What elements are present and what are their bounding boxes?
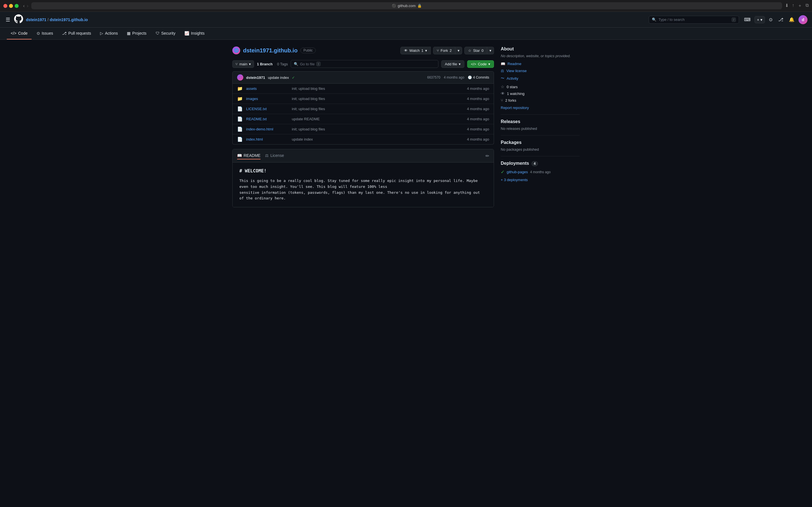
star-button[interactable]: ☆ Star 0 <box>464 47 487 54</box>
maximize-btn[interactable] <box>15 4 18 8</box>
tab-license[interactable]: ⚖ License <box>265 152 284 159</box>
no-releases: No releases published <box>501 126 580 131</box>
tab-security[interactable]: 🛡 Security <box>152 27 180 40</box>
deployments-section: Deployments 4 ✓ github-pages 4 months ag… <box>501 161 580 186</box>
lock-icon: 🔒 <box>417 4 422 8</box>
minimize-btn[interactable] <box>9 4 13 8</box>
deployment-link[interactable]: github-pages <box>507 169 528 175</box>
forward-icon[interactable]: › <box>27 3 28 8</box>
actions-icon: ▷ <box>100 31 103 36</box>
hamburger-menu[interactable]: ☰ <box>4 15 11 24</box>
breadcrumb-user[interactable]: dstein1971 <box>26 17 46 22</box>
tab-actions[interactable]: ▷ Actions <box>96 27 122 40</box>
watch-group: 👁 Watch 1 ▾ <box>400 47 431 54</box>
tab-issues[interactable]: ⊙ Issues <box>33 27 57 40</box>
search-kbd: / <box>732 17 736 22</box>
address-bar[interactable]: ⚫ github.com 🔒 <box>31 2 782 9</box>
new-tab-icon[interactable]: ＋ <box>798 3 802 9</box>
tag-count-link[interactable]: 0 Tags <box>277 62 288 66</box>
readme-section: 📖 README ⚖ License ✏ # WELCOME! This is … <box>232 149 494 207</box>
window-controls <box>3 4 18 8</box>
about-title: About <box>501 47 580 52</box>
download-icon[interactable]: ⬇ <box>785 3 789 9</box>
share-icon[interactable]: ↑ <box>792 3 794 9</box>
tab-pull-requests[interactable]: ⎇ Pull requests <box>58 27 95 40</box>
add-file-chevron: ▾ <box>459 62 461 66</box>
tabs-icon[interactable]: ⧉ <box>806 3 809 9</box>
go-to-file-kbd: t <box>316 62 320 66</box>
file-name[interactable]: index-demo.html <box>246 127 289 131</box>
file-time: 4 months ago <box>467 87 489 91</box>
report-link[interactable]: Report repository <box>501 106 529 110</box>
file-icon: 📄 <box>237 126 243 132</box>
file-time: 4 months ago <box>467 117 489 121</box>
releases-title: Releases <box>501 119 580 124</box>
breadcrumb-repo[interactable]: dstein1971.github.io <box>50 17 88 22</box>
notifications-icon[interactable]: 🔔 <box>787 15 796 24</box>
packages-title: Packages <box>501 140 580 145</box>
code-label: Code <box>478 62 487 66</box>
branch-count-link[interactable]: 1 Branch <box>257 62 273 66</box>
watch-button[interactable]: 👁 Watch 1 ▾ <box>400 47 431 54</box>
fork-button[interactable]: ⑂ Fork 2 <box>433 47 455 54</box>
commit-author-name[interactable]: dstein1971 <box>246 75 265 80</box>
tab-insights[interactable]: 📈 Insights <box>181 27 208 40</box>
about-description: No description, website, or topics provi… <box>501 54 580 58</box>
license-link[interactable]: ⚖ View license <box>501 68 580 74</box>
edit-readme-button[interactable]: ✏ <box>486 153 489 159</box>
issues-icon[interactable]: ⊙ <box>767 15 774 24</box>
readme-content: This is going to be a really cool blog. … <box>239 178 487 202</box>
table-row: 📁 images init; upload blog files 4 month… <box>233 94 494 104</box>
star-count: 0 <box>481 48 484 53</box>
file-name[interactable]: LICENSE.txt <box>246 107 289 111</box>
folder-icon: 📁 <box>237 86 243 91</box>
file-time: 4 months ago <box>467 127 489 131</box>
plus-chevron: ▾ <box>760 17 762 22</box>
file-name[interactable]: assets <box>246 87 289 91</box>
deploy-check-icon: ✓ <box>501 169 504 175</box>
repo-header: 🌐 dstein1971.github.io Public 👁 Watch 1 … <box>232 47 494 54</box>
watching-stat: 👁 1 watching <box>501 91 580 96</box>
file-name[interactable]: README.txt <box>246 117 289 121</box>
table-row: 📁 assets init; upload blog files 4 month… <box>233 83 494 94</box>
commit-hash[interactable]: 6637570 <box>427 75 441 79</box>
commits-link[interactable]: 🕐 4 Commits <box>468 75 489 79</box>
readme-link[interactable]: 📖 Readme <box>501 61 580 67</box>
user-avatar[interactable]: d <box>799 15 808 24</box>
commits-count: 4 Commits <box>473 75 489 79</box>
terminal-icon[interactable]: ⌨ <box>742 15 752 24</box>
fork-icon: ⑂ <box>437 48 439 53</box>
branch-chevron: ▾ <box>249 62 251 66</box>
search-icon: 🔍 <box>294 62 298 66</box>
go-to-file[interactable]: 🔍 Go to file t <box>291 60 439 68</box>
browser-nav: ‹ › <box>23 3 29 8</box>
fork-icon: ⑂ <box>501 98 503 103</box>
star-dropdown[interactable]: ▾ <box>487 47 494 54</box>
file-time: 4 months ago <box>467 97 489 101</box>
code-chevron: ▾ <box>488 62 490 66</box>
branch-selector[interactable]: ⑂ main ▾ <box>232 60 254 68</box>
file-name[interactable]: index.html <box>246 137 289 142</box>
tab-projects[interactable]: ▦ Projects <box>123 27 151 40</box>
tab-readme[interactable]: 📖 README <box>237 152 260 159</box>
github-logo[interactable] <box>14 14 23 25</box>
back-icon[interactable]: ‹ <box>23 3 24 8</box>
verified-icon: ✓ <box>292 75 295 80</box>
file-name[interactable]: images <box>246 97 289 101</box>
fork-dropdown[interactable]: ▾ <box>455 47 462 54</box>
create-button[interactable]: + ▾ <box>755 16 765 23</box>
more-deployments-link[interactable]: + 3 deployments <box>501 178 528 182</box>
tab-code[interactable]: </> Code <box>7 27 32 40</box>
add-file-button[interactable]: Add file ▾ <box>441 60 464 68</box>
global-search[interactable]: 🔍 Type / to search / <box>649 16 739 24</box>
no-packages: No packages published <box>501 147 580 152</box>
pull-requests-icon[interactable]: ⎇ <box>776 15 785 24</box>
repo-name[interactable]: dstein1971.github.io <box>243 47 297 54</box>
close-btn[interactable] <box>3 4 7 8</box>
file-icon: 📄 <box>237 106 243 112</box>
book-icon: 📖 <box>237 153 242 158</box>
github-favicon: ⚫ <box>392 4 396 8</box>
code-button[interactable]: </> Code ▾ <box>467 60 494 68</box>
repo-main: 🌐 dstein1971.github.io Public 👁 Watch 1 … <box>232 47 494 207</box>
activity-link[interactable]: 〜 Activity <box>501 75 580 82</box>
